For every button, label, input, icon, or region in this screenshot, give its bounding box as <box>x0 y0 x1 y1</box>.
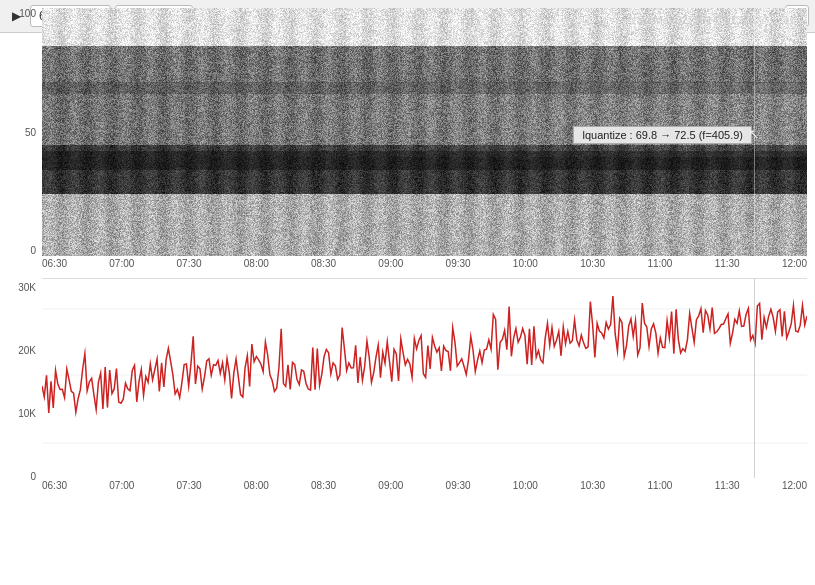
page-container: 100 50 0 Su Mar 02, 2014; 11:33 lquantiz… <box>0 33 815 585</box>
lc-x-1130: 11:30 <box>715 480 740 496</box>
lc-x-1200: 12:00 <box>782 480 807 496</box>
hm-x-1130: 11:30 <box>715 258 740 274</box>
lc-x-0800: 08:00 <box>244 480 269 496</box>
hm-y-label-0: 0 <box>30 245 36 256</box>
lc-x-0630: 06:30 <box>42 480 67 496</box>
linechart-xaxis: 06:30 07:00 07:30 08:00 08:30 09:00 09:3… <box>42 480 807 496</box>
hm-x-0830: 08:30 <box>311 258 336 274</box>
hm-x-0630: 06:30 <box>42 258 67 274</box>
hm-x-1030: 10:30 <box>580 258 605 274</box>
heatmap-tooltip: lquantize : 69.8 → 72.5 (f=405.9) <box>573 126 752 144</box>
hm-x-0800: 08:00 <box>244 258 269 274</box>
lc-x-0930: 09:30 <box>446 480 471 496</box>
hm-x-1000: 10:00 <box>513 258 538 274</box>
hm-x-0700: 07:00 <box>109 258 134 274</box>
lc-x-1100: 11:00 <box>647 480 672 496</box>
hm-y-label-50: 50 <box>25 127 36 138</box>
linechart-canvas <box>42 279 807 479</box>
hm-x-0900: 09:00 <box>378 258 403 274</box>
lc-x-1000: 10:00 <box>513 480 538 496</box>
lc-x-1030: 10:30 <box>580 480 605 496</box>
hm-x-0930: 09:30 <box>446 258 471 274</box>
lc-y-10k: 10K <box>18 408 36 419</box>
linechart-area <box>42 278 807 478</box>
lc-x-0900: 09:00 <box>378 480 403 496</box>
heatmap-canvas <box>42 33 807 256</box>
lc-y-20k: 20K <box>18 345 36 356</box>
lc-x-0730: 07:30 <box>177 480 202 496</box>
linechart-yaxis: 30K 20K 10K 0 <box>8 282 40 482</box>
heatmap-yaxis: 100 50 0 <box>8 33 40 256</box>
lc-x-0830: 08:30 <box>311 480 336 496</box>
lc-y-30k: 30K <box>18 282 36 293</box>
lc-x-0700: 07:00 <box>109 480 134 496</box>
hm-x-1200: 12:00 <box>782 258 807 274</box>
hm-x-1100: 11:00 <box>647 258 672 274</box>
lc-y-0: 0 <box>30 471 36 482</box>
heatmap-xaxis: 06:30 07:00 07:30 08:00 08:30 09:00 09:3… <box>42 258 807 274</box>
heatmap-area: Su Mar 02, 2014; 11:33 lquantize : 69.8 … <box>42 33 807 256</box>
hm-x-0730: 07:30 <box>177 258 202 274</box>
